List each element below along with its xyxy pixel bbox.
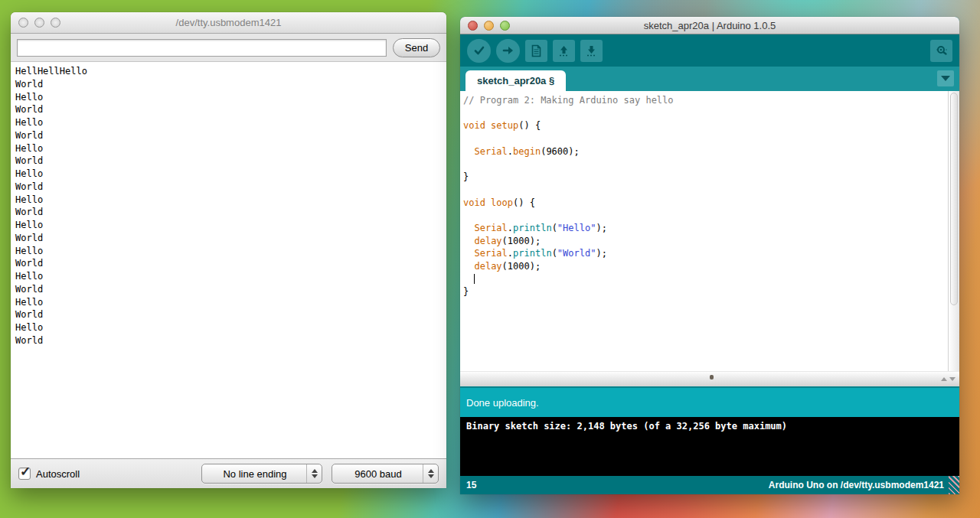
code-line: delay(1000);	[463, 261, 946, 274]
serial-input[interactable]	[17, 39, 387, 57]
autoscroll-checkbox[interactable]: ✓	[18, 468, 31, 480]
code-editor[interactable]: // Program 2: Making Arduino say hellovo…	[460, 91, 959, 371]
serial-line: HellHellHello	[15, 66, 446, 79]
stepper-icon	[306, 464, 322, 483]
send-button[interactable]: Send	[393, 38, 440, 57]
save-sketch-button[interactable]	[580, 40, 603, 62]
baud-rate-value: 9600 baud	[332, 468, 423, 480]
arrow-down-icon	[585, 44, 598, 57]
code-line: Serial.println("World");	[463, 248, 946, 261]
serial-monitor-button[interactable]	[930, 40, 952, 62]
code-line: }	[463, 171, 946, 184]
horizontal-scrollbar[interactable]	[460, 371, 959, 386]
serial-line: Hello	[15, 220, 446, 233]
zoom-button[interactable]	[500, 21, 510, 31]
serial-line: Hello	[15, 297, 446, 310]
vertical-scrollbar[interactable]	[948, 91, 959, 371]
line-ending-dropdown[interactable]: No line ending	[201, 464, 322, 484]
chevron-down-icon	[941, 76, 950, 81]
tab-menu-button[interactable]	[937, 70, 954, 86]
window-controls	[468, 17, 510, 34]
code-line	[463, 133, 946, 146]
serial-line: Hello	[15, 246, 446, 259]
serial-line: World	[15, 335, 446, 348]
open-sketch-button[interactable]	[553, 40, 575, 62]
new-sketch-button[interactable]	[525, 40, 547, 62]
serial-line: World	[15, 155, 446, 168]
new-document-icon	[530, 44, 543, 57]
serial-line: World	[15, 207, 446, 220]
resize-grip-icon[interactable]	[949, 476, 959, 494]
serial-monitor-bottom-bar: ✓ Autoscroll No line ending 9600 baud	[11, 459, 446, 488]
ide-titlebar[interactable]: sketch_apr20a | Arduino 1.0.5	[460, 17, 959, 34]
serial-line: Hello	[15, 143, 446, 156]
code-line: void loop() {	[463, 197, 946, 210]
stepper-icon	[423, 464, 438, 483]
scroll-arrows[interactable]	[941, 377, 956, 381]
serial-line: World	[15, 130, 446, 143]
tab-strip: sketch_apr20a §	[460, 67, 959, 91]
serial-monitor-titlebar[interactable]: /dev/tty.usbmodem1421	[11, 12, 446, 34]
serial-line: Hello	[15, 271, 446, 284]
arrow-right-icon	[501, 44, 515, 57]
serial-line: Hello	[15, 168, 446, 181]
serial-line: World	[15, 258, 446, 271]
close-button[interactable]	[468, 21, 478, 31]
status-text: Done uploading.	[466, 397, 539, 409]
close-button[interactable]	[18, 18, 28, 28]
magnifier-icon	[935, 44, 949, 57]
line-ending-value: No line ending	[202, 468, 306, 480]
serial-line: Hello	[15, 322, 446, 335]
serial-line: Hello	[15, 194, 446, 207]
code-line: Serial.begin(9600);	[463, 146, 946, 159]
code-line	[463, 184, 946, 197]
arrow-up-icon	[557, 44, 570, 57]
scrollbar-thumb[interactable]	[710, 375, 714, 380]
code-line	[463, 274, 946, 287]
scroll-down-icon	[949, 377, 956, 381]
window-title: sketch_apr20a | Arduino 1.0.5	[644, 20, 776, 31]
scrollbar-thumb[interactable]	[950, 93, 958, 305]
code-line	[463, 108, 946, 121]
console-output[interactable]: Binary sketch size: 2,148 bytes (of a 32…	[460, 417, 959, 476]
code-line: delay(1000);	[463, 236, 946, 249]
serial-output[interactable]: HellHellHelloWorldHelloWorldHelloWorldHe…	[11, 61, 446, 459]
serial-monitor-window: /dev/tty.usbmodem1421 Send HellHellHello…	[11, 12, 446, 488]
tab-sketch[interactable]: sketch_apr20a §	[466, 70, 566, 91]
serial-line: World	[15, 309, 446, 322]
tab-label: sketch_apr20a §	[477, 75, 554, 86]
code-line: // Program 2: Making Arduino say hello	[463, 95, 946, 108]
code-line	[463, 210, 946, 223]
board-port-info: Arduino Uno on /dev/tty.usbmodem1421	[769, 480, 944, 490]
code-area: // Program 2: Making Arduino say hellovo…	[463, 95, 946, 299]
serial-line: World	[15, 104, 446, 117]
serial-line: World	[15, 79, 446, 92]
checkmark-icon: ✓	[20, 464, 31, 480]
minimize-button[interactable]	[484, 21, 494, 31]
checkmark-icon	[472, 44, 486, 57]
window-controls	[18, 12, 60, 33]
text-cursor	[474, 274, 475, 284]
window-title: /dev/tty.usbmodem1421	[176, 17, 282, 28]
code-line: }	[463, 286, 946, 299]
arduino-ide-window: sketch_apr20a | Arduino 1.0.5	[460, 17, 959, 494]
baud-rate-dropdown[interactable]: 9600 baud	[332, 464, 439, 484]
serial-line: World	[15, 233, 446, 246]
minimize-button[interactable]	[34, 18, 44, 28]
ide-toolbar	[460, 34, 959, 67]
upload-button[interactable]	[496, 39, 520, 63]
serial-line: World	[15, 181, 446, 194]
serial-line: World	[15, 284, 446, 297]
serial-line: Hello	[15, 92, 446, 105]
scroll-up-icon	[941, 377, 947, 381]
code-line	[463, 158, 946, 171]
ide-footer: 15 Arduino Uno on /dev/tty.usbmodem1421	[460, 476, 959, 494]
zoom-button[interactable]	[51, 18, 60, 28]
serial-line: Hello	[15, 117, 446, 130]
autoscroll-label: Autoscroll	[36, 468, 80, 480]
line-number: 15	[466, 480, 476, 490]
status-bar: Done uploading.	[460, 386, 959, 417]
verify-button[interactable]	[467, 39, 491, 63]
send-row: Send	[11, 34, 446, 61]
code-line: void setup() {	[463, 120, 946, 133]
